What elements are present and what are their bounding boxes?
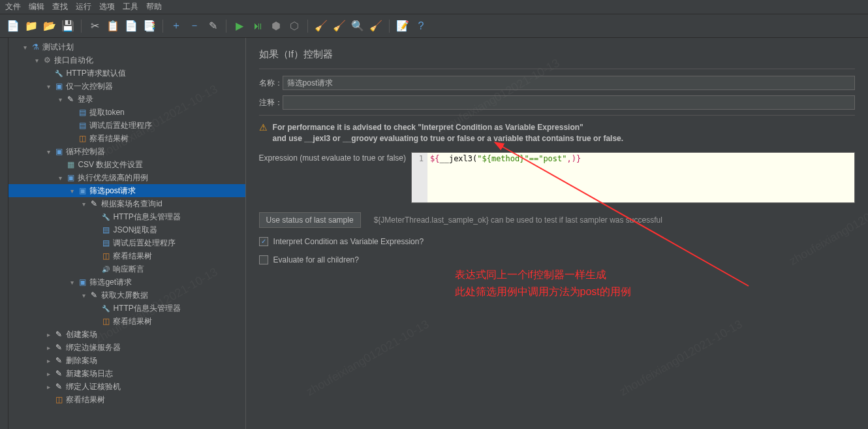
paste-icon[interactable]: 📄 <box>123 18 139 34</box>
expand-icon[interactable]: ▾ <box>55 96 65 103</box>
tree-label: 调试后置处理程序 <box>89 120 152 131</box>
tree-label: 绑定边缘服务器 <box>66 342 121 353</box>
expand-icon[interactable]: ▾ <box>44 83 53 90</box>
tree-item[interactable]: 响应断言 <box>8 262 245 276</box>
templates-icon[interactable]: 📁 <box>23 18 39 34</box>
menu-options[interactable]: 选项 <box>99 1 115 12</box>
doc-icon <box>100 225 112 235</box>
tree-item[interactable]: JSON提取器 <box>8 223 245 236</box>
pencil-icon <box>53 342 65 353</box>
tree-item[interactable]: ▾循环控制器 <box>8 145 245 158</box>
expand-icon[interactable]: ▾ <box>79 292 88 299</box>
expand-icon[interactable]: ▾ <box>20 44 29 51</box>
new-icon[interactable]: 📄 <box>5 18 21 34</box>
toolbar: 📄 📁 📂 💾 ✂ 📋 📄 📑 ＋ － ✎ ▶ ⏯ ⬢ ⬡ 🧹 🧹 🔍 🧹 📝 … <box>0 14 868 38</box>
expand-icon[interactable]: ▾ <box>67 279 76 286</box>
tree-item[interactable]: ▾根据案场名查询id <box>8 197 245 210</box>
tree-item[interactable]: 调试后置处理程序 <box>8 236 245 249</box>
menu-help[interactable]: 帮助 <box>146 1 162 12</box>
menu-search[interactable]: 查找 <box>52 1 68 12</box>
tree-item[interactable]: 察看结果树 <box>8 393 245 406</box>
warning-text: For performance it is advised to check "… <box>273 122 624 144</box>
tree-label: 循环控制器 <box>66 146 105 157</box>
tree-item[interactable]: ▾执行优先级高的用例 <box>8 171 245 184</box>
start-icon[interactable]: ▶ <box>232 18 247 34</box>
name-label: 名称： <box>259 78 283 89</box>
tree-item[interactable]: ▸新建案场日志 <box>8 367 245 380</box>
tree-item[interactable]: ▾筛选get请求 <box>8 276 245 289</box>
expression-label: Expression (must evaluate to true or fal… <box>259 152 406 163</box>
collapse-icon[interactable]: － <box>187 18 202 34</box>
clear-icon[interactable]: 🧹 <box>313 18 329 34</box>
tree-item[interactable]: 提取token <box>8 106 245 119</box>
name-input[interactable] <box>283 76 855 90</box>
shutdown-icon[interactable]: ⬡ <box>287 18 302 34</box>
reset-search-icon[interactable]: 🧹 <box>368 18 384 34</box>
tree-item[interactable]: ▾筛选post请求 <box>8 184 245 197</box>
pencil-icon <box>53 355 65 366</box>
menu-edit[interactable]: 编辑 <box>29 1 44 12</box>
expand-icon[interactable]: ▾ <box>44 148 53 155</box>
tree-item[interactable]: ▾登录 <box>8 93 245 106</box>
clearall-icon[interactable]: 🧹 <box>332 18 347 34</box>
interpret-label: Interpret Condition as Variable Expressi… <box>273 237 424 246</box>
doc-icon <box>100 238 112 248</box>
tree-item[interactable]: 察看结果树 <box>8 315 245 328</box>
evaluate-all-checkbox[interactable] <box>259 255 268 264</box>
tree-item[interactable]: ▸绑定边缘服务器 <box>8 341 245 354</box>
stop-icon[interactable]: ⬢ <box>268 18 284 34</box>
tree-label: 接口自动化 <box>54 55 93 66</box>
expand-icon[interactable]: ▸ <box>44 357 53 364</box>
copy-icon[interactable]: 📋 <box>105 18 121 34</box>
menubar: 文件 编辑 查找 运行 选项 工具 帮助 <box>0 0 868 14</box>
menu-tools[interactable]: 工具 <box>123 1 138 12</box>
function-icon[interactable]: 📝 <box>395 18 411 34</box>
pencil-icon <box>88 290 100 300</box>
interpret-checkbox[interactable]: ✓ <box>259 237 268 246</box>
tree-item[interactable]: ▾测试计划 <box>8 40 245 54</box>
tree-item[interactable]: ▸创建案场 <box>8 328 245 341</box>
tree-item[interactable]: 察看结果树 <box>8 249 245 262</box>
duplicate-icon[interactable]: 📑 <box>142 18 157 34</box>
tree-item[interactable]: ▸删除案场 <box>8 354 245 367</box>
tree-item[interactable]: 调试后置处理程序 <box>8 119 245 132</box>
expand-icon[interactable]: ▸ <box>44 344 53 351</box>
tree-item[interactable]: HTTP信息头管理器 <box>8 210 245 223</box>
cut-icon[interactable]: ✂ <box>87 18 102 34</box>
tree-item[interactable]: CSV 数据文件设置 <box>8 158 245 171</box>
start-notimers-icon[interactable]: ⏯ <box>250 18 266 34</box>
tree-label: 察看结果树 <box>89 133 129 144</box>
expand-icon[interactable]: ▾ <box>67 187 76 195</box>
menu-file[interactable]: 文件 <box>5 1 21 12</box>
folder-icon <box>76 185 88 196</box>
expand-icon[interactable]: ▸ <box>44 383 53 390</box>
expand-icon[interactable]: ▾ <box>79 200 88 208</box>
save-icon[interactable]: 💾 <box>60 18 76 34</box>
toggle-icon[interactable]: ✎ <box>205 18 221 34</box>
comment-input[interactable] <box>283 95 855 110</box>
tree-item[interactable]: 察看结果树 <box>8 132 245 145</box>
annotation-text: 表达式同上一个if控制器一样生成 此处筛选用例中调用方法为post的用例 <box>455 266 631 300</box>
expand-icon[interactable]: ▸ <box>44 331 53 338</box>
expand-icon[interactable]: ＋ <box>168 18 184 34</box>
tree-label: 执行优先级高的用例 <box>78 172 148 183</box>
expand-icon[interactable]: ▾ <box>55 174 65 182</box>
search-icon[interactable]: 🔍 <box>350 18 365 34</box>
tree-item[interactable]: HTTP信息头管理器 <box>8 302 245 315</box>
expression-code[interactable]: ${__jexl3("${method}"=="post",)} <box>427 153 854 202</box>
tree-label: HTTP信息头管理器 <box>113 303 180 314</box>
expand-icon[interactable]: ▾ <box>32 57 41 64</box>
tree-panel: zhoufeixiang012021-10-13 zhoufeixiang012… <box>8 38 245 429</box>
tree-item[interactable]: HTTP请求默认值 <box>8 67 245 80</box>
use-status-button[interactable]: Use status of last sample <box>259 212 361 228</box>
menu-run[interactable]: 运行 <box>76 1 91 12</box>
tree-item[interactable]: ▸绑定人证核验机 <box>8 380 245 393</box>
tree-item[interactable]: ▾获取大屏数据 <box>8 289 245 302</box>
watermark: zhoufeixiang012021-10-13 <box>304 317 431 399</box>
tree-item[interactable]: ▾接口自动化 <box>8 54 245 67</box>
expression-editor[interactable]: 1 ${__jexl3("${method}"=="post",)} <box>411 152 855 203</box>
tree-item[interactable]: ▾仅一次控制器 <box>8 80 245 93</box>
expand-icon[interactable]: ▸ <box>44 370 53 377</box>
help-icon[interactable]: ? <box>413 18 429 34</box>
open-icon[interactable]: 📂 <box>42 18 57 34</box>
